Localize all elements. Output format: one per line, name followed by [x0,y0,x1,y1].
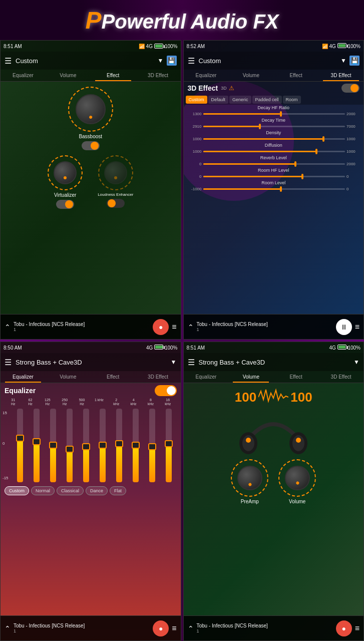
q3-eq-toggle[interactable] [155,385,177,396]
q2-slider-1[interactable] [203,126,345,127]
q2-slider-6[interactable] [203,188,345,190]
q1-tab-equalizer[interactable]: Equalizer [1,70,46,81]
q1-battery-icon [154,44,163,49]
q4-menu-icon[interactable]: ☰ [188,358,195,367]
q3-tab-3deffect[interactable]: 3D Effect [136,371,181,383]
q3-preset-dance[interactable]: Dance [86,486,108,495]
q3-bar-2[interactable] [46,409,61,482]
q3-menu-icon[interactable]: ☰ [5,358,12,367]
q3-bar-6[interactable] [112,409,127,482]
q2-slider-5[interactable] [203,176,345,177]
q1-bassboost-knob[interactable] [68,87,113,132]
q1-bassboost-label: Bassboost [79,134,102,139]
q4-record-button[interactable]: ● [336,620,352,636]
q4-dropdown-icon[interactable]: ▼ [353,359,359,366]
q3-preset-normal[interactable]: Normal [31,486,55,495]
q3-status-bar: 8:50 AM 4G 100% [1,342,181,353]
q3-bar-4[interactable] [79,409,94,482]
q4-tab-effect[interactable]: Effect [273,371,318,383]
q3-record-button[interactable]: ● [153,620,169,636]
q2-tab-equalizer[interactable]: Equalizer [184,70,229,81]
q3-freq-62: 62Hz [22,398,39,407]
q2-slider-3[interactable] [203,151,345,152]
q1-time: 8:51 AM [4,44,22,49]
q2-preset-name: Custom [199,57,337,65]
q3-player-chevron[interactable]: ⌃ [5,624,11,632]
q3-bar-9[interactable] [161,409,176,482]
q2-slider-4[interactable] [203,163,345,165]
q4-preset-name: Strong Bass + Cave3D [199,359,350,366]
q3-db-15: 15 [3,411,7,415]
q3-tab-effect[interactable]: Effect [91,371,136,383]
q3-preset-classical[interactable]: Classical [57,486,84,495]
q4-volume-knob[interactable] [278,459,316,497]
q1-virtualizer-toggle[interactable] [56,200,74,209]
q1-save-icon[interactable]: 💾 [167,56,177,66]
q2-menu-icon[interactable]: ☰ [188,56,195,66]
q1-loudness-knob[interactable] [98,155,133,190]
q4-tab-3deffect[interactable]: 3D Effect [318,371,363,383]
q4-preamp-knob[interactable] [231,459,268,497]
q2-player-chevron[interactable]: ⌃ [188,323,194,331]
q2-preset-generic[interactable]: Generic [229,96,251,104]
q2-list-icon[interactable]: ≡ [355,323,359,332]
q1-virtualizer-container: Virtualizer [48,155,83,209]
q2-preset-custom[interactable]: Custom [186,96,207,104]
q3-tab-volume[interactable]: Volume [46,371,91,383]
q3-db-0: 0 [3,441,5,446]
q2-slider-0[interactable] [203,113,345,115]
q3-preset-custom[interactable]: Custom [5,486,29,495]
q4-volume-label: Volume [289,499,305,504]
q3-bar-3[interactable] [62,409,77,482]
q1-player-chevron[interactable]: ⌃ [5,323,11,331]
q2-preset-room[interactable]: Room [283,96,301,104]
q1-loudness-label: Loudness Enhancer [98,192,133,197]
q1-preset-name: Custom [16,57,154,65]
q3-bar-8[interactable] [145,409,160,482]
q4-list-icon[interactable]: ≡ [355,624,359,633]
q3-preset-row: Custom Normal Classical Dance Flat [1,484,181,497]
q1-tab-volume[interactable]: Volume [46,70,91,81]
q3-freq-labels: 31Hz 62Hz 125Hz 250Hz 500Hz 1 kHz 2kHz 4… [1,398,181,407]
q1-menu-icon[interactable]: ☰ [5,56,12,66]
q3-bar-1[interactable] [29,409,44,482]
q1-list-icon[interactable]: ≡ [172,323,176,332]
q2-slider-2[interactable] [203,138,345,140]
q1-dropdown-icon[interactable]: ▼ [158,57,164,64]
q2-dropdown-icon[interactable]: ▼ [340,57,346,64]
q3-bar-7[interactable] [128,409,143,482]
q4-vol-display-row: 100 100 [235,387,312,407]
q4-player-chevron[interactable]: ⌃ [188,624,194,632]
q2-save-icon[interactable]: 💾 [349,56,359,66]
q4-vol-left: 100 [235,390,256,405]
q2-slider-row-3: 1000 1000 [184,148,364,155]
q3-dropdown-icon[interactable]: ▼ [171,359,177,366]
q2-battery-icon [337,43,346,48]
q3-preset-flat[interactable]: Flat [110,486,126,495]
q1-tab-effect[interactable]: Effect [91,70,136,81]
q2-play-button[interactable]: ⏸ [336,319,352,335]
q2-tab-effect[interactable]: Effect [273,70,318,81]
q4-tab-volume[interactable]: Volume [228,371,273,383]
q1-record-button[interactable]: ● [153,319,169,335]
q1-bassboost-toggle[interactable] [82,141,100,150]
q2-effect-header-row: 3D Effect 3D ⚠ [184,82,364,95]
q1-virtualizer-knob[interactable] [48,155,83,190]
q4-tabs: Equalizer Volume Effect 3D Effect [184,371,364,383]
q3-tab-equalizer[interactable]: Equalizer [1,371,46,383]
q1-loudness-toggle[interactable] [107,199,125,208]
q3-bar-5[interactable] [95,409,110,482]
q3-bar-0[interactable] [13,409,28,482]
q2-tab-3deffect[interactable]: 3D Effect [318,70,363,81]
q2-preset-padded[interactable]: Padded cell [252,96,282,104]
q4-tab-equalizer[interactable]: Equalizer [184,371,229,383]
q3-list-icon[interactable]: ≡ [172,624,176,633]
q3-eq-title: Equalizer [5,387,36,395]
svg-point-4 [292,435,304,451]
q1-tab-3deffect[interactable]: 3D Effect [136,70,181,81]
q2-preset-default[interactable]: Default [208,96,229,104]
q2-tab-volume[interactable]: Volume [228,70,273,81]
q2-3d-toggle[interactable] [341,84,359,93]
q4-volume-panel: 8:51 AM 4G 100% ☰ Strong Bass + Cave3D ▼… [183,342,365,641]
q2-slider-row-0: 1300 2000 [184,111,364,117]
